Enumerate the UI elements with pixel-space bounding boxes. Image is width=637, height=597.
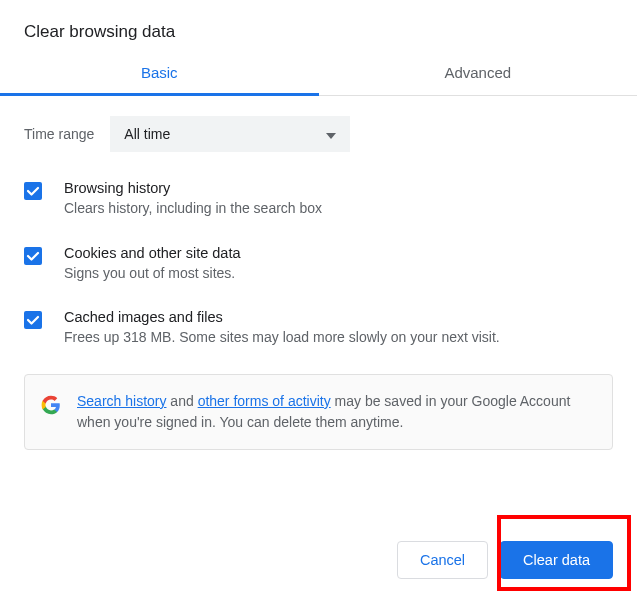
option-browsing-history: Browsing history Clears history, includi… xyxy=(24,180,613,219)
check-icon xyxy=(26,313,40,327)
checkbox-cached[interactable] xyxy=(24,311,42,329)
tabs: Basic Advanced xyxy=(0,50,637,96)
checkbox-browsing-history[interactable] xyxy=(24,182,42,200)
clear-browsing-data-dialog: Clear browsing data Basic Advanced Time … xyxy=(0,0,637,597)
dialog-content: Time range All time Browsing history Cle… xyxy=(0,96,637,450)
check-icon xyxy=(26,249,40,263)
option-desc: Signs you out of most sites. xyxy=(64,264,241,284)
check-icon xyxy=(26,184,40,198)
dialog-footer: Cancel Clear data xyxy=(397,541,613,579)
option-desc: Clears history, including in the search … xyxy=(64,199,322,219)
tab-advanced[interactable]: Advanced xyxy=(319,50,638,95)
tab-basic[interactable]: Basic xyxy=(0,50,319,96)
google-logo-icon xyxy=(41,395,61,415)
search-history-link[interactable]: Search history xyxy=(77,393,166,409)
clear-data-button[interactable]: Clear data xyxy=(500,541,613,579)
option-desc: Frees up 318 MB. Some sites may load mor… xyxy=(64,328,500,348)
checkbox-cookies[interactable] xyxy=(24,247,42,265)
time-range-select[interactable]: All time xyxy=(110,116,350,152)
notice-text: Search history and other forms of activi… xyxy=(77,391,596,433)
option-title: Browsing history xyxy=(64,180,322,196)
time-range-label: Time range xyxy=(24,126,94,142)
time-range-value: All time xyxy=(124,126,170,142)
cancel-button[interactable]: Cancel xyxy=(397,541,488,579)
google-account-notice: Search history and other forms of activi… xyxy=(24,374,613,450)
option-title: Cached images and files xyxy=(64,309,500,325)
time-range-row: Time range All time xyxy=(24,116,613,152)
dialog-title: Clear browsing data xyxy=(0,0,637,50)
option-title: Cookies and other site data xyxy=(64,245,241,261)
option-cached: Cached images and files Frees up 318 MB.… xyxy=(24,309,613,348)
option-cookies: Cookies and other site data Signs you ou… xyxy=(24,245,613,284)
other-activity-link[interactable]: other forms of activity xyxy=(198,393,331,409)
chevron-down-icon xyxy=(326,126,336,142)
